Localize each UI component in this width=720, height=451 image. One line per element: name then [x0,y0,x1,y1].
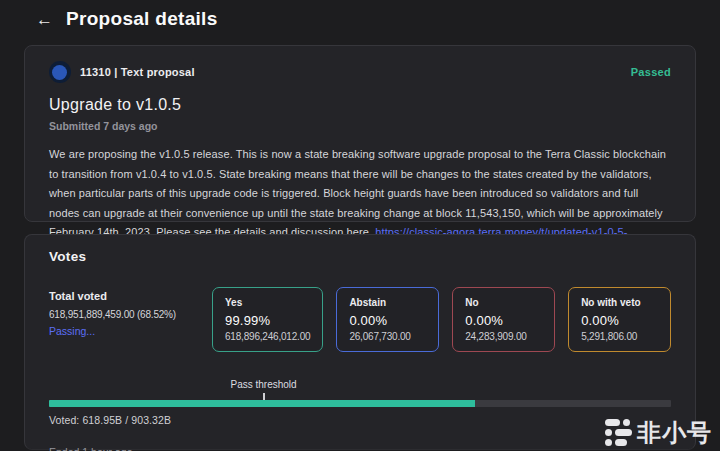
status-badge: Passed [631,66,671,78]
vote-percent: 0.00% [465,313,542,328]
vote-box-no: No 0.00% 24,283,909.00 [452,287,555,352]
ended-timestamp: Ended 1 hour ago [49,446,671,451]
voted-progress-track [49,400,671,407]
vote-box-abstain: Abstain 0.00% 26,067,730.00 [336,287,439,352]
vote-amount: 618,896,246,012.00 [225,331,310,342]
submitted-timestamp: Submitted 7 days ago [49,120,671,132]
votes-row: Total voted 618,951,889,459.00 (68.52%) … [49,287,671,352]
pass-threshold-label: Pass threshold [231,379,297,390]
vote-percent: 99.99% [225,313,310,328]
vote-amount: 26,067,730.00 [349,331,426,342]
proposal-details-page: ← Proposal details 11310 | Text proposal… [0,0,720,451]
quorum-bar-area: Pass threshold Voted: 618.95B / 903.32B [49,379,671,426]
page-header: ← Proposal details [34,8,218,30]
vote-label: No [465,297,542,308]
voted-summary: Voted: 618.95B / 903.32B [49,414,671,426]
back-arrow-icon[interactable]: ← [34,9,55,30]
vote-label: Yes [225,297,310,308]
votes-section-title: Votes [49,249,671,264]
pass-threshold-tick [263,393,265,400]
vote-label: Abstain [349,297,426,308]
page-title: Proposal details [66,8,218,30]
vote-amount: 5,291,806.00 [581,331,658,342]
watermark-text: 非小号 [637,421,712,445]
vote-percent: 0.00% [581,313,658,328]
voted-progress-fill [49,400,475,407]
total-voted-value: 618,951,889,459.00 (68.52%) [49,309,199,320]
passing-status: Passing... [49,325,199,337]
vote-percent: 0.00% [349,313,426,328]
terra-classic-logo-icon [49,61,71,83]
proposal-card: 11310 | Text proposal Passed Upgrade to … [24,45,696,222]
total-voted-block: Total voted 618,951,889,459.00 (68.52%) … [49,287,199,352]
proposal-id-label: 11310 | Text proposal [80,66,195,78]
vote-amount: 24,283,909.00 [465,331,542,342]
vote-options: Yes 99.99% 618,896,246,012.00 Abstain 0.… [212,287,671,352]
vote-box-no-with-veto: No with veto 0.00% 5,291,806.00 [568,287,671,352]
proposal-description-text: We are proposing the v1.0.5 release. Thi… [49,148,666,238]
total-voted-label: Total voted [49,290,199,302]
proposal-title: Upgrade to v1.0.5 [49,96,671,114]
proposal-card-header: 11310 | Text proposal Passed [49,61,671,83]
watermark: 非小号 [605,419,712,446]
vote-label: No with veto [581,297,658,308]
proposal-id-group: 11310 | Text proposal [49,61,195,83]
feixiaohao-logo-icon [605,419,632,446]
vote-box-yes: Yes 99.99% 618,896,246,012.00 [212,287,323,352]
votes-card: Votes Total voted 618,951,889,459.00 (68… [24,234,696,450]
